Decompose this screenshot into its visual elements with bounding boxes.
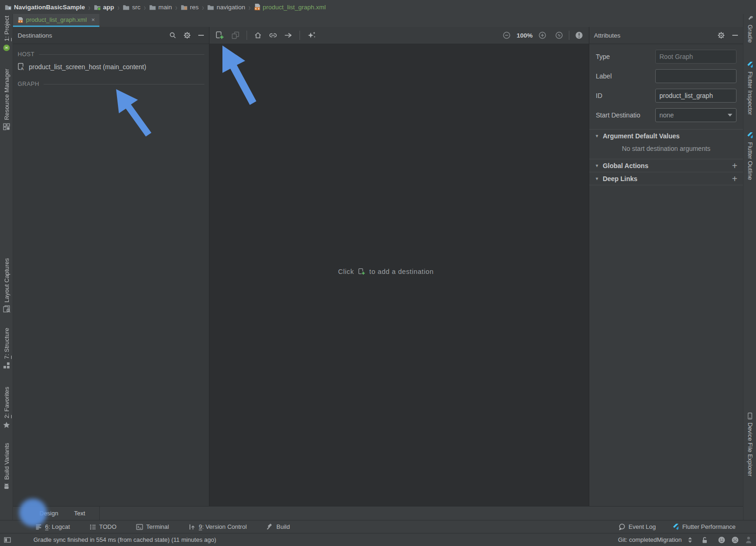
toolwindow-logcat[interactable]: 6: Logcat bbox=[35, 523, 70, 530]
toolbar-separator bbox=[569, 31, 569, 40]
breadcrumb-project[interactable]: NavigationBasicSample bbox=[5, 4, 85, 11]
breadcrumb-src[interactable]: src bbox=[123, 4, 140, 11]
id-field[interactable]: product_list_graph bbox=[655, 89, 736, 103]
hide-panel-icon[interactable] bbox=[732, 34, 738, 36]
sidebar-item-layout-captures[interactable]: Layout Captures bbox=[0, 258, 13, 313]
panel-title: Attributes bbox=[594, 32, 620, 39]
search-icon[interactable] bbox=[169, 32, 176, 39]
deep-link-icon[interactable] bbox=[269, 32, 277, 38]
sidebar-item-gradle[interactable]: Gradle bbox=[743, 15, 756, 43]
gear-icon[interactable] bbox=[183, 32, 191, 39]
toolwindow-flutter-performance[interactable]: Flutter Performance bbox=[672, 523, 736, 531]
version-control-icon bbox=[189, 524, 196, 530]
tab-label: product_list_graph.xml bbox=[26, 16, 87, 23]
breadcrumb-app[interactable]: app bbox=[94, 4, 114, 11]
toolwindow-build[interactable]: Build bbox=[266, 523, 290, 530]
type-label: Type bbox=[596, 53, 655, 60]
host-fragment-icon: A bbox=[18, 63, 25, 71]
main-content: Destinations HOST A product_list_screen_… bbox=[13, 27, 743, 506]
sidebar-item-structure[interactable]: 7: Structure bbox=[0, 328, 13, 369]
issues-icon[interactable] bbox=[575, 31, 583, 39]
toolwindow-version-control[interactable]: 9: Version Control bbox=[189, 523, 247, 530]
favorites-star-icon bbox=[3, 421, 10, 429]
sidebar-item-favorites[interactable]: 2: Favorites bbox=[0, 387, 13, 429]
close-tab-icon[interactable]: × bbox=[91, 16, 95, 23]
action-arrow-icon[interactable] bbox=[284, 32, 293, 38]
sidebar-item-project[interactable]: 1: Project bbox=[0, 16, 13, 52]
toolwindow-toggle-icon[interactable] bbox=[4, 536, 11, 544]
argument-defaults-body: No start destination arguments bbox=[589, 142, 743, 158]
destinations-panel: Destinations HOST A product_list_screen_… bbox=[13, 27, 209, 506]
hide-panel-icon[interactable] bbox=[198, 34, 204, 36]
tab-text[interactable]: Text bbox=[66, 507, 93, 520]
nested-graph-icon[interactable] bbox=[231, 31, 240, 39]
unlocked-padlock-icon[interactable] bbox=[701, 536, 708, 544]
svg-text:A: A bbox=[21, 66, 24, 71]
chevron-down-icon bbox=[728, 114, 732, 117]
add-destination-icon bbox=[358, 268, 365, 275]
layout-captures-icon bbox=[3, 305, 11, 313]
add-destination-icon[interactable] bbox=[215, 31, 224, 39]
argument-defaults-section[interactable]: ▼ Argument Default Values bbox=[589, 130, 743, 142]
start-destination-field-row: Start Destinatio none bbox=[596, 108, 736, 122]
host-destination-label: product_list_screen_host (main_content) bbox=[29, 63, 146, 71]
gear-icon[interactable] bbox=[717, 32, 725, 39]
auto-arrange-icon[interactable] bbox=[307, 31, 316, 39]
sidebar-item-device-file-explorer[interactable]: Device File Explorer bbox=[743, 412, 756, 476]
flutter-icon bbox=[747, 132, 753, 139]
collapse-triangle-icon[interactable]: ▼ bbox=[595, 163, 599, 168]
structure-icon bbox=[3, 362, 10, 369]
sidebar-item-label: Gradle bbox=[747, 25, 754, 43]
panel-title: Destinations bbox=[18, 32, 52, 39]
sidebar-item-label: 7: Structure bbox=[3, 328, 10, 359]
breadcrumb-separator: › bbox=[87, 2, 92, 12]
folder-icon bbox=[123, 4, 130, 10]
git-branch-widget[interactable]: Git: completedMigration bbox=[618, 536, 682, 543]
flutter-icon bbox=[747, 61, 753, 69]
sidebar-item-label: Build Variants bbox=[3, 443, 10, 480]
tab-design[interactable]: Design bbox=[32, 507, 66, 520]
toolwindow-todo[interactable]: TODO bbox=[90, 523, 117, 530]
logcat-icon bbox=[35, 524, 42, 530]
toolwindow-terminal[interactable]: Terminal bbox=[136, 523, 169, 530]
breadcrumb-file[interactable]: product_list_graph.xml bbox=[254, 3, 326, 11]
toolwindow-event-log[interactable]: Event Log bbox=[618, 523, 656, 531]
start-destination-dropdown[interactable]: none bbox=[655, 108, 736, 122]
type-field: Root Graph bbox=[655, 50, 736, 64]
sidebar-item-resource-manager[interactable]: Resource Manager bbox=[0, 69, 13, 130]
happy-face-icon[interactable] bbox=[718, 536, 725, 544]
zoom-to-fit-icon[interactable] bbox=[555, 31, 563, 39]
host-destination-item[interactable]: A product_list_screen_host (main_content… bbox=[13, 59, 209, 74]
sidebar-item-label: Flutter Inspector bbox=[747, 72, 754, 115]
home-icon[interactable] bbox=[254, 32, 262, 39]
id-field-row: ID product_list_graph bbox=[596, 89, 736, 103]
sidebar-item-flutter-inspector[interactable]: Flutter Inspector bbox=[743, 61, 756, 115]
sidebar-item-build-variants[interactable]: Build Variants bbox=[0, 443, 13, 490]
build-variants-icon bbox=[3, 482, 10, 490]
add-deep-link-button[interactable]: + bbox=[732, 174, 737, 183]
folder-icon bbox=[149, 4, 156, 10]
tab-divider bbox=[99, 507, 100, 520]
sidebar-item-label: 1: Project bbox=[3, 16, 10, 41]
status-bar: Gradle sync finished in 554 ms (from cac… bbox=[0, 533, 756, 546]
breadcrumb-main[interactable]: main bbox=[149, 4, 172, 11]
label-field[interactable] bbox=[655, 69, 736, 83]
global-actions-section[interactable]: ▼ Global Actions + bbox=[589, 159, 743, 172]
sidebar-item-flutter-outline[interactable]: Flutter Outline bbox=[743, 132, 756, 180]
project-folder-icon bbox=[5, 4, 12, 10]
breadcrumb: NavigationBasicSample › app › src › main… bbox=[0, 0, 756, 14]
sad-face-icon[interactable] bbox=[731, 536, 739, 544]
breadcrumb-res[interactable]: res bbox=[181, 4, 199, 11]
navigation-canvas[interactable]: Click to add a destination bbox=[209, 44, 589, 506]
breadcrumb-navigation[interactable]: navigation bbox=[207, 4, 245, 11]
add-global-action-button[interactable]: + bbox=[732, 161, 737, 170]
android-project-icon bbox=[3, 44, 10, 52]
res-folder-icon bbox=[181, 4, 188, 10]
zoom-out-icon[interactable] bbox=[502, 31, 511, 39]
destinations-header: Destinations bbox=[13, 27, 209, 44]
tab-product-list-graph[interactable]: product_list_graph.xml × bbox=[13, 14, 99, 27]
collapse-triangle-icon[interactable]: ▼ bbox=[595, 176, 599, 181]
zoom-in-icon[interactable] bbox=[538, 31, 547, 39]
collapse-triangle-icon[interactable]: ▼ bbox=[595, 134, 599, 138]
deep-links-section[interactable]: ▼ Deep Links + bbox=[589, 172, 743, 185]
